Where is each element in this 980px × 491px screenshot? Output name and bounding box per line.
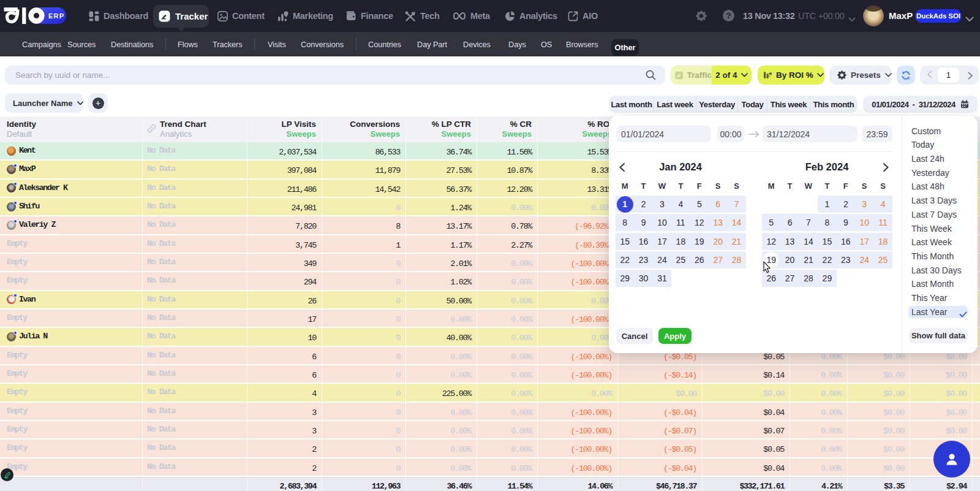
svg-text:ERP: ERP: [48, 12, 64, 20]
